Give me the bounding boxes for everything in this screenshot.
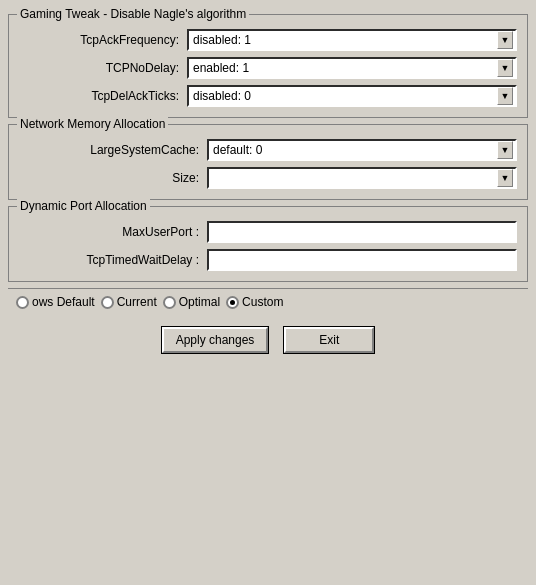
radio-group: ows Default Current Optimal Custom <box>16 295 520 309</box>
arrow-icon: ▼ <box>501 63 510 73</box>
custom-radio[interactable] <box>226 296 239 309</box>
max-user-port-input[interactable] <box>207 221 517 243</box>
tcp-ack-frequency-select[interactable]: disabled: 1 ▼ <box>187 29 517 51</box>
tcp-ack-frequency-arrow[interactable]: ▼ <box>497 31 513 49</box>
optimal-label: Optimal <box>179 295 220 309</box>
tcp-del-ack-ticks-arrow[interactable]: ▼ <box>497 87 513 105</box>
tcp-timed-wait-delay-label: TcpTimedWaitDelay : <box>19 253 199 267</box>
tcp-no-delay-select[interactable]: enabled: 1 ▼ <box>187 57 517 79</box>
apply-button[interactable]: Apply changes <box>162 327 269 353</box>
large-system-cache-select[interactable]: default: 0 ▼ <box>207 139 517 161</box>
gaming-tweak-title: Gaming Tweak - Disable Nagle's algorithm <box>17 7 249 21</box>
tcp-no-delay-value: enabled: 1 <box>193 61 249 75</box>
tcp-del-ack-ticks-row: TcpDelAckTicks: disabled: 0 ▼ <box>19 85 517 107</box>
arrow-icon: ▼ <box>501 91 510 101</box>
tcp-del-ack-ticks-select[interactable]: disabled: 0 ▼ <box>187 85 517 107</box>
windows-default-label: ows Default <box>32 295 95 309</box>
custom-label: Custom <box>242 295 283 309</box>
max-user-port-row: MaxUserPort : <box>19 221 517 243</box>
tcp-ack-frequency-value: disabled: 1 <box>193 33 251 47</box>
size-row: Size: ▼ <box>19 167 517 189</box>
tcp-ack-frequency-row: TcpAckFrequency: disabled: 1 ▼ <box>19 29 517 51</box>
dynamic-port-group: Dynamic Port Allocation MaxUserPort : Tc… <box>8 206 528 282</box>
size-label: Size: <box>19 171 199 185</box>
buttons-row: Apply changes Exit <box>8 321 528 361</box>
tcp-no-delay-arrow[interactable]: ▼ <box>497 59 513 77</box>
large-system-cache-row: LargeSystemCache: default: 0 ▼ <box>19 139 517 161</box>
optimal-radio[interactable] <box>163 296 176 309</box>
dynamic-port-title: Dynamic Port Allocation <box>17 199 150 213</box>
large-system-cache-label: LargeSystemCache: <box>19 143 199 157</box>
tcp-no-delay-row: TCPNoDelay: enabled: 1 ▼ <box>19 57 517 79</box>
tcp-del-ack-ticks-value: disabled: 0 <box>193 89 251 103</box>
main-container: Gaming Tweak - Disable Nagle's algorithm… <box>0 0 536 585</box>
tcp-timed-wait-delay-row: TcpTimedWaitDelay : <box>19 249 517 271</box>
exit-button[interactable]: Exit <box>284 327 374 353</box>
size-select[interactable]: ▼ <box>207 167 517 189</box>
custom-radio-item[interactable]: Custom <box>226 295 283 309</box>
windows-default-radio[interactable] <box>16 296 29 309</box>
current-label: Current <box>117 295 157 309</box>
optimal-radio-item[interactable]: Optimal <box>163 295 220 309</box>
current-radio[interactable] <box>101 296 114 309</box>
arrow-icon: ▼ <box>501 173 510 183</box>
size-arrow[interactable]: ▼ <box>497 169 513 187</box>
network-memory-title: Network Memory Allocation <box>17 117 168 131</box>
max-user-port-label: MaxUserPort : <box>19 225 199 239</box>
gaming-tweak-group: Gaming Tweak - Disable Nagle's algorithm… <box>8 14 528 118</box>
network-memory-group: Network Memory Allocation LargeSystemCac… <box>8 124 528 200</box>
radio-bar: ows Default Current Optimal Custom <box>8 288 528 315</box>
large-system-cache-value: default: 0 <box>213 143 262 157</box>
tcp-timed-wait-delay-input[interactable] <box>207 249 517 271</box>
large-system-cache-arrow[interactable]: ▼ <box>497 141 513 159</box>
tcp-ack-frequency-label: TcpAckFrequency: <box>19 33 179 47</box>
arrow-icon: ▼ <box>501 35 510 45</box>
windows-default-radio-item[interactable]: ows Default <box>16 295 95 309</box>
current-radio-item[interactable]: Current <box>101 295 157 309</box>
tcp-no-delay-label: TCPNoDelay: <box>19 61 179 75</box>
arrow-icon: ▼ <box>501 145 510 155</box>
tcp-del-ack-ticks-label: TcpDelAckTicks: <box>19 89 179 103</box>
